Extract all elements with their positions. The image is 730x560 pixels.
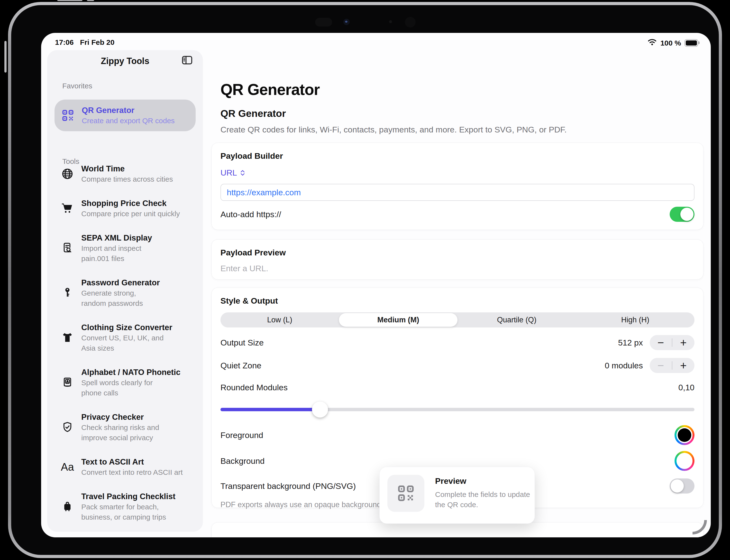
rounded-modules-value: 0,10 (678, 383, 694, 392)
background-label: Background (221, 456, 265, 466)
top-button (57, 0, 83, 1)
minus-button[interactable]: − (650, 358, 672, 373)
rounded-slider-thumb[interactable] (312, 401, 328, 418)
payload-preview-card: Payload Preview Enter a URL. (212, 239, 703, 280)
preview-popup-title: Preview (435, 476, 466, 486)
ec-segment[interactable]: High (H) (576, 313, 694, 327)
qrcode-icon (61, 108, 75, 122)
logo-overlay-card: Logo Overlay (212, 522, 703, 537)
sidebar-item-qr-generator[interactable]: QR Generator Create and export QR codes (55, 100, 196, 131)
light-sensor (405, 17, 415, 28)
tool-subtitle: Compare price per unit quickly (81, 209, 180, 219)
tool-title: Travel Packing Checklist (81, 491, 176, 502)
url-input-value: https://example.com (227, 188, 301, 197)
foreground-color-well[interactable] (674, 425, 694, 445)
style-output-title: Style & Output (221, 296, 694, 306)
transparent-background-toggle[interactable] (670, 478, 694, 494)
rounded-slider-fill (221, 408, 320, 411)
payload-preview-placeholder: Enter a URL. (221, 264, 694, 273)
output-size-stepper: − + (650, 335, 694, 350)
auto-https-row: Auto-add https:// (221, 206, 694, 222)
sidebar-item-title: QR Generator (82, 105, 175, 116)
tool-title: Clothing Size Converter (81, 322, 172, 333)
sidebar-item-sepa-xml-display[interactable]: SEPA XML Display Import and inspect pain… (55, 233, 196, 264)
text-format-icon: Aa (60, 460, 74, 474)
sidebar-app-title: Zippy Tools (47, 56, 203, 66)
sidebar-toggle-button[interactable] (181, 54, 193, 66)
logo-overlay-title: Logo Overlay (221, 537, 694, 537)
plus-button[interactable]: + (672, 358, 694, 373)
sidebar: Zippy Tools Favorites QR Generator Creat… (47, 50, 203, 532)
battery-icon (684, 39, 698, 47)
payload-type-value: URL (221, 168, 237, 177)
front-camera (344, 19, 350, 25)
sidebar-item-world-time[interactable]: World Time Compare times across cities (55, 163, 196, 184)
tool-title: Privacy Checker (81, 412, 159, 422)
rounded-modules-row: Rounded Modules 0,10 (221, 382, 694, 393)
tshirt-icon (60, 331, 74, 345)
auto-https-label: Auto-add https:// (221, 210, 281, 219)
quiet-zone-row: Quiet Zone 0 modules − + (221, 358, 694, 373)
sidebar-item-text-to-ascii-art[interactable]: Aa Text to ASCII Art Convert text into r… (55, 457, 196, 477)
status-bar-right: 100 % (647, 38, 698, 48)
sidebar-item-subtitle: Create and export QR codes (82, 116, 175, 126)
globe-icon (60, 167, 74, 181)
section-title: QR Generator (221, 108, 286, 119)
suitcase-icon (60, 500, 74, 514)
tool-subtitle: Pack smarter for beach, business, or cam… (81, 502, 176, 522)
tool-title: Shopping Price Check (81, 198, 180, 209)
sidebar-item-alphabet-nato-phonetic[interactable]: Alphabet / NATO Phonetic Spell words cle… (55, 367, 196, 398)
sidebar-toggle-icon (181, 54, 193, 66)
sidebar-item-privacy-checker[interactable]: Privacy Checker Check sharing risks and … (55, 412, 196, 443)
tool-subtitle: Check sharing risks and improve social p… (81, 422, 159, 443)
background-color-well[interactable] (674, 451, 694, 471)
book-icon (60, 375, 74, 390)
sensor-pill (315, 18, 332, 27)
sidebar-item-travel-packing-checklist[interactable]: Travel Packing Checklist Pack smarter fo… (55, 491, 196, 522)
section-description: Create QR codes for links, Wi-Fi, contac… (221, 124, 567, 135)
minus-button[interactable]: − (650, 336, 672, 350)
rounded-modules-slider[interactable] (221, 401, 694, 418)
tool-title: Text to ASCII Art (81, 457, 183, 467)
status-date: Fri Feb 20 (80, 38, 115, 47)
battery-percent-label: 100 % (660, 39, 681, 47)
top-button-2 (87, 0, 94, 1)
tool-subtitle: Spell words clearly for phone calls (81, 378, 181, 398)
device-bezel: 17:06 Fri Feb 20 100 % Zippy Tools (11, 5, 719, 555)
key-icon (60, 286, 74, 300)
tool-title: Alphabet / NATO Phonetic (81, 367, 181, 378)
quiet-zone-label: Quiet Zone (221, 361, 261, 370)
app-screen: 17:06 Fri Feb 20 100 % Zippy Tools (41, 33, 711, 537)
plus-button[interactable]: + (672, 336, 694, 350)
error-correction-segmented-control: Low (L) Medium (M) Quartile (Q) High (H) (221, 312, 694, 327)
device-frame: 17:06 Fri Feb 20 100 % Zippy Tools (8, 2, 722, 558)
ec-segment[interactable]: Medium (M) (339, 313, 457, 327)
sidebar-item-clothing-size-converter[interactable]: Clothing Size Converter Convert US, EU, … (55, 322, 196, 353)
page-title: QR Generator (221, 81, 320, 99)
sidebar-item-password-generator[interactable]: Password Generator Generate strong, rand… (55, 277, 196, 308)
foreground-row: Foreground (221, 425, 694, 445)
favorites-header: Favorites (62, 82, 92, 90)
tools-list: World Time Compare times across cities S… (55, 163, 196, 522)
doc-search-icon (60, 241, 74, 255)
tool-subtitle: Import and inspect pain.001 files (81, 243, 152, 264)
payload-type-selector[interactable]: URL (221, 168, 245, 177)
payload-builder-title: Payload Builder (221, 151, 694, 161)
preview-popup: Preview Complete the fields to update th… (379, 467, 535, 524)
shield-check-icon (60, 420, 74, 434)
payload-preview-title: Payload Preview (221, 248, 694, 257)
url-input[interactable]: https://example.com (221, 184, 694, 201)
ec-segment[interactable]: Quartile (Q) (457, 313, 576, 327)
mic-dot (389, 20, 392, 23)
volume-button (4, 41, 7, 73)
tool-title: Password Generator (81, 277, 160, 288)
sidebar-item-shopping-price-check[interactable]: Shopping Price Check Compare price per u… (55, 198, 196, 219)
auto-https-toggle[interactable] (670, 207, 694, 222)
tool-title: SEPA XML Display (81, 233, 152, 243)
quiet-zone-stepper: − + (650, 358, 694, 373)
tool-subtitle: Convert text into retro ASCII art (81, 467, 183, 477)
output-size-row: Output Size 512 px − + (221, 335, 694, 350)
ec-segment[interactable]: Low (L) (221, 313, 339, 327)
quiet-zone-value: 0 modules (605, 361, 643, 370)
preview-popup-message: Complete the fields to update the QR cod… (435, 489, 530, 510)
